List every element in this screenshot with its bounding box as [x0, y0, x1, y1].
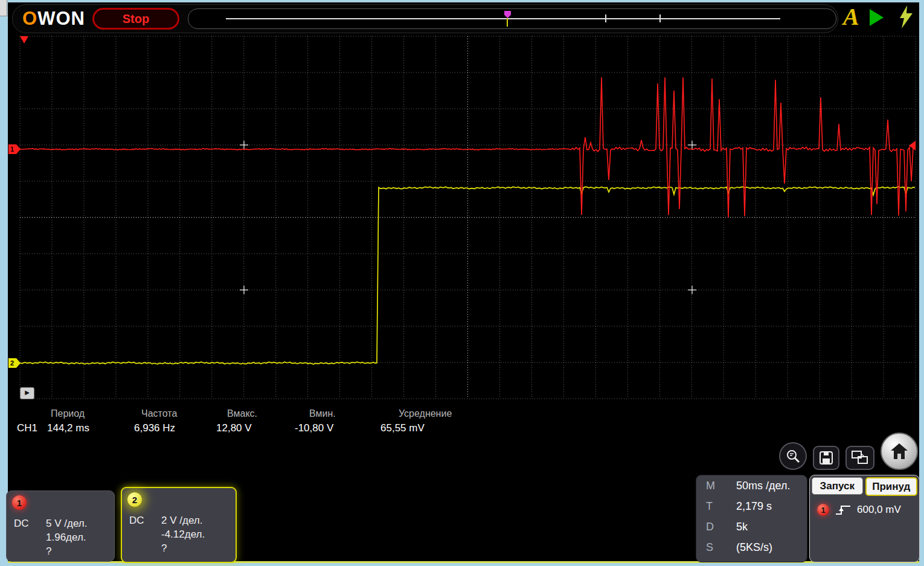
meas-label-freq: Частота: [138, 408, 223, 419]
trigger-panel[interactable]: Запуск Принуд 1 600,0 mV: [809, 475, 920, 562]
logo-rest: WON: [37, 8, 85, 29]
timebase-value: (5KS/s): [736, 541, 772, 554]
run-indicator-icon: [870, 9, 884, 26]
trigger-position-marker[interactable]: [504, 11, 511, 18]
channel1-badge-label: 1: [17, 498, 22, 508]
memory-tick: [605, 14, 606, 22]
trigger-buttons: Запуск Принуд: [810, 475, 919, 496]
rising-edge-icon: [835, 503, 852, 516]
trigger-source-row: 1 600,0 mV: [810, 496, 919, 516]
run-stop-button[interactable]: Stop: [92, 8, 179, 30]
channel2-panel[interactable]: 2 DC2 V /дел. -4.12дел. ?: [121, 487, 237, 563]
logo-letter-o: O: [22, 8, 37, 29]
channel1-panel[interactable]: 1 DC5 V /дел. 1.96дел. ?: [6, 490, 115, 562]
measurements-row: Период Частота Вмакс. Вмин. Усреднение C…: [17, 408, 505, 434]
top-bar: OWON Stop: [12, 4, 838, 33]
trigger-time-marker: [20, 36, 28, 43]
channel1-coupling: DC: [14, 516, 46, 530]
channel1-scale: 5 V /дел.: [46, 518, 87, 529]
trigger-position-tick: [507, 18, 508, 27]
timebase-panel[interactable]: M50ms /дел. T2,179 s D5k S(5KS/s): [696, 475, 807, 562]
timebase-key: T: [706, 500, 736, 513]
timebase-value: 2,179 s: [736, 500, 772, 513]
timebase-row-d: D5k: [696, 516, 807, 537]
meas-value-vmax: 12,80 V: [216, 422, 295, 434]
timebase-row-t: T2,179 s: [696, 496, 807, 516]
meas-value-period: 144,2 ms: [47, 422, 134, 434]
trigger-level: 600,0 mV: [857, 504, 901, 516]
channel2-coupling: DC: [129, 513, 161, 527]
channel1-info: DC5 V /дел. 1.96дел. ?: [14, 516, 87, 558]
measurement-labels: Период Частота Вмакс. Вмин. Усреднение: [47, 408, 505, 419]
timebase-key: D: [706, 521, 736, 533]
memory-window-line: [226, 18, 780, 19]
meas-value-average: 65,55 mV: [380, 422, 487, 434]
meas-value-vmin: -10,80 V: [295, 422, 380, 434]
run-stop-label: Stop: [123, 12, 149, 26]
channel1-position: 1.96дел.: [46, 530, 87, 544]
timebase-row-m: M50ms /дел.: [696, 475, 807, 496]
channel2-position: -4.12дел.: [161, 527, 205, 541]
copy-icon[interactable]: [845, 446, 874, 470]
trigger-source-label: 1: [821, 506, 825, 515]
system-icons-row: [779, 435, 918, 470]
channel1-badge: 1: [12, 495, 27, 510]
meas-label-vmin: Вмин.: [306, 408, 395, 419]
timebase-value: 5k: [736, 521, 748, 533]
memory-position-bar[interactable]: [188, 8, 836, 29]
meas-channel: CH1: [17, 422, 47, 434]
channel2-badge-label: 2: [132, 495, 137, 505]
owon-logo: OWON: [22, 8, 85, 30]
trigger-source-badge: 1: [817, 504, 829, 516]
lightning-icon: [899, 5, 914, 29]
svg-text:2: 2: [10, 359, 14, 367]
graticule: [20, 36, 916, 399]
meas-label-period: Период: [47, 408, 138, 419]
channel2-badge: 2: [127, 492, 142, 507]
auto-trigger-icon: A: [843, 2, 859, 31]
timebase-row-s: S(5KS/s): [696, 537, 807, 558]
expand-menu-button[interactable]: ▶: [20, 387, 34, 399]
channel2-scale: 2 V /дел.: [161, 515, 202, 526]
svg-text:1: 1: [10, 146, 14, 153]
trigger-run-button[interactable]: Запуск: [812, 477, 863, 495]
meas-value-freq: 6,936 Hz: [134, 422, 216, 434]
trigger-force-button[interactable]: Принуд: [865, 477, 918, 496]
channel-markers: 12: [8, 36, 916, 368]
save-icon[interactable]: [813, 446, 839, 470]
channel2-extra: ?: [161, 541, 205, 555]
measurement-values: CH1 144,2 ms 6,936 Hz 12,80 V -10,80 V 6…: [17, 422, 505, 434]
home-icon[interactable]: [881, 433, 918, 470]
channel1-extra: ?: [46, 544, 87, 558]
timebase-key: S: [706, 541, 736, 554]
oscilloscope-app: { "top_bar": { "logo_o": "O", "logo_rest…: [0, 0, 924, 566]
meas-label-vmax: Вмакс.: [223, 408, 306, 419]
channel2-info: DC2 V /дел. -4.12дел. ?: [129, 513, 205, 555]
timebase-key: M: [706, 480, 736, 492]
memory-tick: [659, 14, 661, 22]
meas-label-average: Усреднение: [395, 408, 505, 419]
capture-icon[interactable]: [779, 442, 807, 470]
timebase-value: 50ms /дел.: [736, 480, 790, 492]
